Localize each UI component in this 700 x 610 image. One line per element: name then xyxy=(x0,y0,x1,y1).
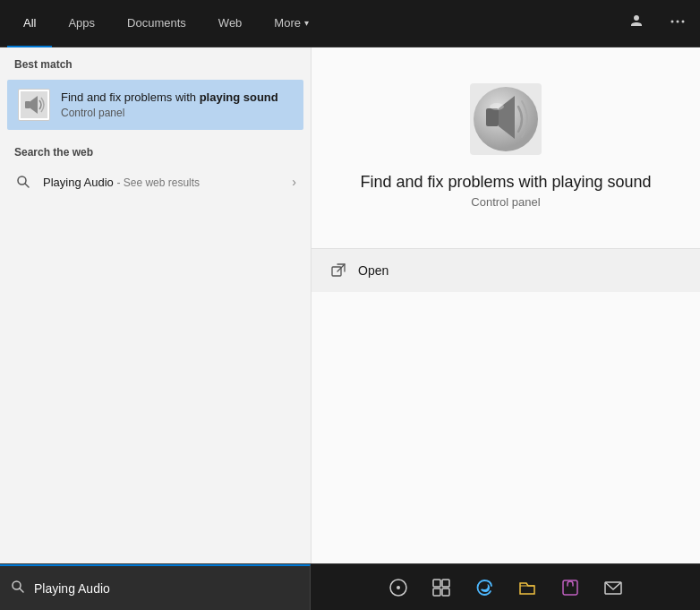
task-view-button[interactable] xyxy=(423,570,459,606)
tab-apps-label: Apps xyxy=(68,16,95,30)
nav-right-icons xyxy=(621,10,693,37)
title-bold: playing sound xyxy=(200,90,278,104)
best-match-app-icon xyxy=(18,89,50,121)
tab-apps[interactable]: Apps xyxy=(52,0,111,47)
top-nav-bar: All Apps Documents Web More ▾ xyxy=(0,0,700,47)
see-web-results-text: - See web results xyxy=(116,176,200,189)
tab-all-label: All xyxy=(23,16,36,30)
more-dropdown-icon: ▾ xyxy=(304,18,309,28)
web-search-label: Search the web xyxy=(0,133,311,164)
svg-rect-19 xyxy=(433,580,440,587)
tab-web-label: Web xyxy=(218,16,243,30)
svg-rect-4 xyxy=(25,101,30,108)
web-query-text: Playing Audio xyxy=(43,176,114,189)
best-match-text-block: Find and fix problems with playing sound… xyxy=(61,90,293,120)
best-match-label: Best match xyxy=(0,47,311,76)
svg-line-16 xyxy=(20,589,23,592)
taskbar: Playing Audio xyxy=(0,563,700,610)
tab-all[interactable]: All xyxy=(7,0,52,47)
file-explorer-icon[interactable] xyxy=(509,570,545,606)
open-button[interactable]: Open xyxy=(312,249,700,292)
svg-rect-22 xyxy=(442,589,449,596)
store-icon[interactable] xyxy=(552,570,588,606)
svg-rect-23 xyxy=(563,580,577,595)
best-match-item[interactable]: Find and fix problems with playing sound… xyxy=(7,80,303,130)
more-options-icon[interactable] xyxy=(662,10,693,37)
svg-line-7 xyxy=(25,184,29,187)
svg-point-0 xyxy=(671,21,674,23)
left-panel: Best match xyxy=(0,47,311,563)
svg-rect-21 xyxy=(433,589,440,596)
tab-documents[interactable]: Documents xyxy=(111,0,202,47)
right-panel-title: Find and fix problems with playing sound xyxy=(360,173,651,192)
nav-tabs: All Apps Documents Web More ▾ xyxy=(7,0,621,47)
app-icon-large xyxy=(470,83,542,155)
chevron-right-icon: › xyxy=(292,175,296,189)
open-label: Open xyxy=(358,263,388,278)
web-search-query: Playing Audio - See web results xyxy=(43,176,281,189)
svg-point-18 xyxy=(397,586,400,589)
taskbar-search-text: Playing Audio xyxy=(34,581,110,596)
web-search-item[interactable]: Playing Audio - See web results › xyxy=(0,164,311,200)
tab-documents-label: Documents xyxy=(127,16,186,30)
main-content: Best match xyxy=(0,47,700,563)
tab-more-label: More xyxy=(274,16,301,30)
best-match-title: Find and fix problems with playing sound xyxy=(61,90,293,106)
search-magnifier-icon xyxy=(14,173,32,191)
open-external-icon xyxy=(329,262,347,279)
right-panel-subtitle: Control panel xyxy=(471,195,540,209)
svg-rect-13 xyxy=(332,267,341,276)
tab-web[interactable]: Web xyxy=(202,0,259,47)
mail-icon[interactable] xyxy=(595,570,631,606)
svg-rect-10 xyxy=(486,108,499,126)
right-panel: Find and fix problems with playing sound… xyxy=(311,47,700,563)
svg-point-2 xyxy=(682,21,685,23)
title-plain: Find and fix problems with xyxy=(61,90,200,104)
right-panel-content: Find and fix problems with playing sound… xyxy=(312,47,700,227)
taskbar-search-bar[interactable]: Playing Audio xyxy=(0,564,311,611)
svg-rect-20 xyxy=(442,580,449,587)
taskbar-icons xyxy=(311,570,700,606)
start-button[interactable] xyxy=(380,570,416,606)
search-window: All Apps Documents Web More ▾ xyxy=(0,0,700,610)
taskbar-search-icon xyxy=(11,580,25,597)
svg-point-1 xyxy=(677,21,679,23)
tab-more[interactable]: More ▾ xyxy=(258,0,325,47)
svg-point-12 xyxy=(490,103,504,110)
edge-browser-icon[interactable] xyxy=(466,570,502,606)
feedback-icon[interactable] xyxy=(621,10,652,37)
best-match-subtitle: Control panel xyxy=(61,107,293,119)
